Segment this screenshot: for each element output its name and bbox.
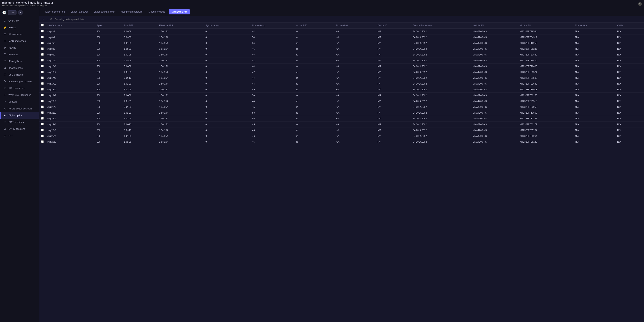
cell-active-fec: rs [294,116,334,122]
select-all-checkbox[interactable] [41,24,44,27]
col-header-device-fw-version[interactable]: Device FW version [411,23,471,29]
time-button[interactable]: Now [8,10,16,15]
row-checkbox[interactable] [41,77,44,79]
col-header-cable-l[interactable]: Cable I [615,23,644,29]
sidebar-item-forwarding-resources[interactable]: ⟳ Forwarding resources [0,78,39,85]
tab-module-voltage[interactable]: Module voltage [146,8,168,16]
sidebar-item-mac-addresses[interactable]: ⊟ MAC addresses [0,38,39,44]
cell-device-fw-version: 34.2014.2092 [411,46,471,52]
sidebar-item-overview[interactable]: ⊙ Overview [0,17,39,24]
col-header-raw-ber[interactable]: Raw BER [122,23,157,29]
row-checkbox[interactable] [41,123,44,125]
row-checkbox[interactable] [41,100,44,102]
sidebar-item-vlans[interactable]: ◈ VLANs [0,44,39,51]
upload-icon[interactable]: ↑ [47,18,48,21]
cell-checkbox[interactable] [39,64,46,69]
cell-symbol-errors: 0 [204,93,250,98]
tab-laser-bias-current[interactable]: Laser bias current [42,8,68,16]
filter-icon[interactable]: ⚙ [50,18,52,21]
cell-checkbox[interactable] [39,104,46,110]
row-checkbox[interactable] [41,36,44,38]
col-header-active-fec[interactable]: Active FEC [294,23,334,29]
sidebar-item-all-interfaces[interactable]: ⊞ All interfaces [0,31,39,38]
tab-laser-rx-power[interactable]: Laser Rx power [68,8,91,16]
row-checkbox[interactable] [41,48,44,50]
cell-effective-ber: 1.5e-254 [157,116,204,122]
col-header-symbol-errors[interactable]: Symbol errors [204,23,250,29]
row-checkbox[interactable] [41,117,44,120]
row-checkbox[interactable] [41,111,44,114]
row-checkbox[interactable] [41,94,44,96]
sidebar-item-evpn-sessions[interactable]: ⊘ EVPN sessions [0,125,39,132]
row-checkbox[interactable] [41,30,44,33]
cell-interface-name: swp7s2 [46,40,95,46]
sidebar-item-digital-optics[interactable]: ◈ Digital optics [0,112,39,119]
cell-checkbox[interactable] [39,139,46,145]
cell-checkbox[interactable] [39,81,46,87]
col-header-effective-ber[interactable]: Effective BER [157,23,204,29]
sidebar-item-bgp-sessions[interactable]: ⬡ BGP sessions [0,119,39,125]
col-header-device-id[interactable]: Device ID [376,23,411,29]
sidebar-item-sensors[interactable]: 〜 Sensors [0,98,39,105]
cell-checkbox[interactable] [39,93,46,98]
row-checkbox[interactable] [41,59,44,62]
sidebar-item-ip-neighbors[interactable]: ⬡ IP neighbors [0,58,39,65]
cell-cable-l: N/A [615,87,644,93]
cell-checkbox[interactable] [39,87,46,93]
cell-speed: 200 [95,110,122,116]
cell-checkbox[interactable] [39,133,46,139]
col-header-module-temp[interactable]: Module temp [250,23,294,29]
tab-diagnostic-info[interactable]: Diagnostic info [169,9,190,15]
col-header-speed[interactable]: Speed [95,23,122,29]
events-icon: ⚡ [3,26,6,29]
row-checkbox[interactable] [41,135,44,137]
sidebar-item-ip-addresses[interactable]: ⊕ IP addresses [0,65,39,71]
col-header-module-pn[interactable]: Module PN [471,23,518,29]
col-header-module-type[interactable]: Module type [573,23,615,29]
cell-checkbox[interactable] [39,127,46,133]
row-checkbox[interactable] [41,129,44,131]
cell-checkbox[interactable] [39,40,46,46]
close-button[interactable]: × [638,2,642,6]
sidebar-item-roce-switch-counters[interactable]: ◬ RoCE switch counters [0,105,39,112]
col-header-checkbox[interactable] [39,23,46,29]
cell-checkbox[interactable] [39,46,46,52]
cell-checkbox[interactable] [39,122,46,127]
sidebar-item-acl-resources[interactable]: ◱ ACL resources [0,85,39,92]
cell-checkbox[interactable] [39,110,46,116]
row-checkbox[interactable] [41,71,44,73]
cell-symbol-errors: 0 [204,104,250,110]
cell-checkbox[interactable] [39,75,46,81]
tab-laser-output-power[interactable]: Laser output power [91,8,118,16]
row-checkbox[interactable] [41,140,44,143]
row-checkbox[interactable] [41,42,44,44]
row-checkbox[interactable] [41,106,44,108]
tab-module-temperature[interactable]: Module temperature [118,8,145,16]
col-header-module-sn[interactable]: Module SN [518,23,573,29]
row-checkbox[interactable] [41,53,44,56]
sidebar-item-what-just-happened[interactable]: ◎ What Just Happened [0,92,39,98]
sidebar-item-ptp[interactable]: ⊙ PTP [0,132,39,139]
cell-checkbox[interactable] [39,98,46,104]
row-checkbox[interactable] [41,82,44,85]
row-checkbox[interactable] [41,88,44,91]
cell-active-fec: rs [294,40,334,46]
sidebar-item-ssd-utilization[interactable]: ◫ SSD utilization [0,71,39,78]
cell-symbol-errors: 0 [204,110,250,116]
cell-device-fw-version: 34.2014.2092 [411,122,471,127]
col-header-fc-zero-hist[interactable]: FC zero hist [334,23,376,29]
cell-checkbox[interactable] [39,52,46,58]
cell-checkbox[interactable] [39,29,46,35]
cell-checkbox[interactable] [39,58,46,64]
cell-fc-zero-hist: N/A [334,75,376,81]
cell-checkbox[interactable] [39,116,46,122]
sidebar-item-events[interactable]: ⚡ Events [0,24,39,31]
play-button[interactable]: ▶ [18,10,23,15]
cell-checkbox[interactable] [39,69,46,75]
title-bar: Inventory | switches | mose-isr1-mngx-l2… [0,0,644,8]
bgp-sessions-icon: ⬡ [3,120,6,124]
cell-checkbox[interactable] [39,35,46,40]
row-checkbox[interactable] [41,65,44,67]
col-header-interface-name[interactable]: Interface name [46,23,95,29]
sidebar-item-ip-routes[interactable]: ⬡ IP routes [0,51,39,58]
